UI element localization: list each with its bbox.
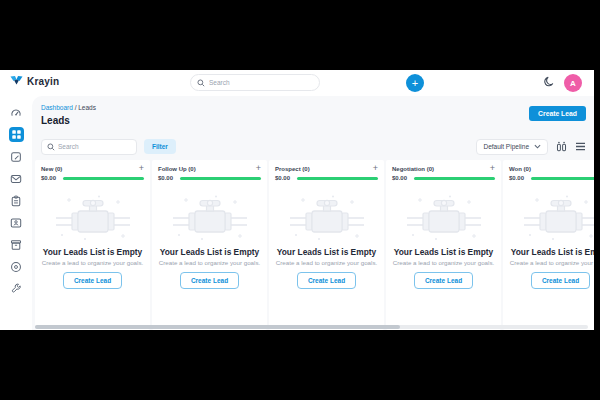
add-lead-icon[interactable]: + [373,165,378,172]
gauge-icon [10,107,22,119]
sidebar-item-leads[interactable] [9,127,24,142]
search-icon [47,143,55,151]
add-lead-icon[interactable]: + [139,165,144,172]
stage-label: Won (0) [509,166,531,172]
kanban-column: Won (0) + $0.00 [503,160,594,330]
pipe-valve-illustration [406,194,482,242]
create-lead-button-outline[interactable]: Create Lead [297,272,356,289]
empty-state: Your Leads List is Empty Create a lead t… [41,181,144,289]
box-icon [10,239,22,251]
brand-name: Krayin [27,76,59,87]
list-view-icon[interactable] [575,142,586,151]
empty-state-title: Your Leads List is Empty [160,247,259,257]
kanban-column: New (0) + $0.00 [35,160,150,330]
add-lead-icon[interactable]: + [490,165,495,172]
stage-amount: $0.00 [509,175,524,181]
pipe-valve-illustration [55,194,131,242]
breadcrumb-dashboard-link[interactable]: Dashboard [41,104,73,111]
search-icon [197,79,205,87]
toolbar-right: Default Pipeline [476,139,586,155]
kanban-column: Follow Up (0) + $0.00 [152,160,267,330]
add-lead-icon[interactable]: + [256,165,261,172]
krayin-crm-window: Krayin + A [0,70,594,330]
pipe-valve-illustration [523,194,595,242]
create-lead-button-outline[interactable]: Create Lead [63,272,122,289]
breadcrumb-current: / Leads [75,104,96,111]
pipe-valve-illustration [172,194,248,242]
sidebar-item-dashboard[interactable] [9,105,24,120]
envelope-icon [10,173,22,185]
sidebar-item-mail[interactable] [9,171,24,186]
stage-amount: $0.00 [41,175,56,181]
note-icon [10,151,22,163]
page-title: Leads [41,115,70,126]
sidebar-item-products[interactable] [9,237,24,252]
stage-amount: $0.00 [392,175,407,181]
stage-progress-bar [531,177,594,180]
screenshot-stage: Krayin + A [0,0,600,400]
empty-state-title: Your Leads List is Empty [394,247,493,257]
create-lead-button-outline[interactable]: Create Lead [414,272,473,289]
empty-state: Your Leads List is Empty Create a lead t… [509,181,594,289]
stage-progress-bar [180,177,261,180]
sidebar-item-quotes[interactable] [9,149,24,164]
sidebar-item-activities[interactable] [9,193,24,208]
moon-icon [543,76,555,88]
krayin-logo-icon [10,75,23,87]
contact-card-icon [10,217,22,229]
kanban-view-icon[interactable] [556,141,567,152]
empty-state-subtitle: Create a lead to organize your goals. [510,259,594,266]
stage-label: Prospect (0) [275,166,310,172]
stage-progress-bar [63,177,144,180]
empty-state: Your Leads List is Empty Create a lead t… [275,181,378,289]
horizontal-scrollbar-thumb[interactable] [35,325,400,329]
empty-state-subtitle: Create a lead to organize your goals. [393,259,494,266]
pipeline-select[interactable]: Default Pipeline [476,139,548,155]
sidebar-item-settings[interactable] [9,259,24,274]
sidebar-item-configuration[interactable] [9,281,24,296]
horizontal-scrollbar-track[interactable] [35,325,588,329]
empty-state-title: Your Leads List is Empty [277,247,376,257]
user-avatar[interactable]: A [564,74,582,92]
quick-create-button[interactable]: + [406,74,424,92]
empty-state: Your Leads List is Empty Create a lead t… [392,181,495,289]
stage-label: Negotiation (0) [392,166,434,172]
toolbar: Filter Default Pipeline [41,138,586,155]
global-search-input[interactable] [209,79,309,86]
breadcrumb: Dashboard / Leads [41,104,96,111]
empty-state: Your Leads List is Empty Create a lead t… [158,181,261,289]
chevron-down-icon [534,144,541,149]
stage-progress-bar [297,177,378,180]
kanban-icon [11,129,22,140]
dark-mode-toggle[interactable] [542,76,556,90]
sidebar-item-contacts[interactable] [9,215,24,230]
stage-label: New (0) [41,166,62,172]
leads-search-input[interactable] [58,143,128,150]
content-panel: Dashboard / Leads Leads Create Lead Filt… [32,96,594,330]
stage-amount: $0.00 [158,175,173,181]
empty-state-subtitle: Create a lead to organize your goals. [159,259,260,266]
wrench-icon [10,283,22,295]
create-lead-button-outline[interactable]: Create Lead [531,272,590,289]
disc-icon [10,261,22,273]
brand[interactable]: Krayin [10,75,59,87]
empty-state-subtitle: Create a lead to organize your goals. [42,259,143,266]
kanban-column: Negotiation (0) + $0.00 [386,160,501,330]
sidebar [0,96,32,330]
create-lead-button-outline[interactable]: Create Lead [180,272,239,289]
kanban-column: Prospect (0) + $0.00 [269,160,384,330]
pipe-valve-illustration [289,194,365,242]
global-search[interactable] [190,74,320,91]
filter-button[interactable]: Filter [144,139,176,154]
stage-amount: $0.00 [275,175,290,181]
empty-state-subtitle: Create a lead to organize your goals. [276,259,377,266]
stage-label: Follow Up (0) [158,166,196,172]
kanban-board: New (0) + $0.00 [35,160,594,330]
stage-progress-bar [414,177,495,180]
pipeline-select-value: Default Pipeline [483,143,529,150]
leads-search[interactable] [41,139,137,155]
create-lead-button[interactable]: Create Lead [529,106,586,121]
clipboard-icon [10,195,22,207]
empty-state-title: Your Leads List is Empty [511,247,594,257]
empty-state-title: Your Leads List is Empty [43,247,142,257]
